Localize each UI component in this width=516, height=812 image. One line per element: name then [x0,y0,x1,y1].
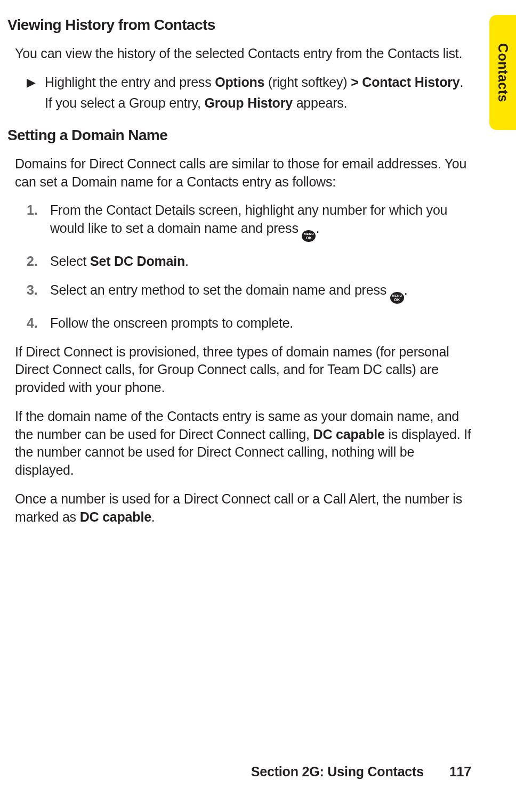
footer-page-number: 117 [449,764,471,779]
bold-dc-capable: DC capable [313,427,385,442]
text: Select an entry method to set the domain… [50,282,390,297]
step-number: 3. [27,281,50,304]
paragraph: Once a number is used for a Direct Conne… [15,490,477,526]
triangle-bullet-icon: ▶ [27,74,45,113]
bold-set-dc-domain: Set DC Domain [90,254,185,269]
bullet-item: ▶ Highlight the entry and press Options … [27,74,477,113]
text: Select [50,254,90,269]
text: . [459,75,463,90]
text: appears. [293,95,347,110]
bold-group-history: Group History [204,95,292,110]
step-body: Follow the onscreen prompts to complete. [50,314,477,332]
bullet-line-1: Highlight the entry and press Options (r… [45,74,477,92]
menu-ok-icon: MENUOK [302,230,316,242]
bullet-line-2: If you select a Group entry, Group Histo… [45,94,477,112]
text: (right softkey) [264,75,351,90]
step-3: 3. Select an entry method to set the dom… [27,281,477,304]
text: . [404,282,408,297]
step-4: 4. Follow the onscreen prompts to comple… [27,314,477,332]
heading-viewing-history: Viewing History from Contacts [7,15,477,35]
step-body: From the Contact Details screen, highlig… [50,201,477,242]
heading-setting-domain: Setting a Domain Name [7,125,477,145]
bold-contact-history: > Contact History [351,75,459,90]
menu-ok-icon: MENUOK [390,292,404,304]
step-number: 4. [27,314,50,332]
text: If you select a Group entry, [45,95,204,110]
text: From the Contact Details screen, highlig… [50,202,447,236]
bold-options: Options [215,75,264,90]
page-content: Viewing History from Contacts You can vi… [7,15,477,537]
step-2: 2. Select Set DC Domain. [27,253,477,271]
side-tab-label: Contacts [494,43,512,102]
step-body: Select an entry method to set the domain… [50,281,477,304]
page-footer: Section 2G: Using Contacts117 [0,763,516,781]
bold-dc-capable: DC capable [80,509,151,524]
text: . [151,509,155,524]
step-number: 1. [27,201,50,242]
side-tab: Contacts [489,15,516,130]
intro-paragraph-1: You can view the history of the selected… [15,45,477,63]
step-body: Select Set DC Domain. [50,253,477,271]
text: . [185,254,189,269]
text: . [316,221,319,236]
step-number: 2. [27,253,50,271]
step-1: 1. From the Contact Details screen, high… [27,201,477,242]
text: Highlight the entry and press [45,75,215,90]
footer-section: Section 2G: Using Contacts [251,764,424,779]
paragraph: If the domain name of the Contacts entry… [15,408,477,480]
paragraph: If Direct Connect is provisioned, three … [15,343,477,397]
intro-paragraph-2: Domains for Direct Connect calls are sim… [15,155,477,191]
